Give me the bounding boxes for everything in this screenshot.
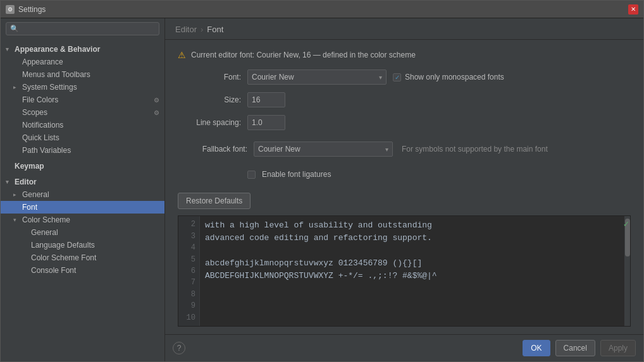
preview-line-4 — [205, 244, 619, 256]
preview-line-6: ABCDEFGHIJKLMNOPQRSTUVWXYZ +-*/= .,;:!? … — [205, 269, 619, 282]
arrow-color-scheme — [13, 217, 22, 223]
sidebar-label-quick-lists: Quick Lists — [22, 133, 59, 142]
apply-button[interactable]: Apply — [600, 340, 636, 356]
sidebar-label-appearance: Appearance — [22, 57, 63, 66]
sidebar-label-scopes: Scopes — [22, 108, 47, 117]
sidebar-label-color-scheme: Color Scheme — [22, 215, 70, 224]
sidebar-item-menus-toolbars[interactable]: Menus and Toolbars — [1, 68, 164, 81]
sidebar-label-notifications: Notifications — [22, 121, 63, 130]
sidebar-label-cs-general: General — [31, 228, 58, 237]
content-area: ⚠ Current editor font: Courier New, 16 —… — [165, 40, 643, 334]
sidebar-item-keymap[interactable]: Keymap — [1, 157, 164, 172]
line-num-3: 3 — [178, 230, 199, 241]
ok-button[interactable]: OK — [523, 340, 550, 356]
preview-line-9 — [205, 307, 619, 320]
bottom-bar: ? OK Cancel Apply — [165, 334, 643, 361]
sidebar-label-appearance-behavior: Appearance & Behavior — [15, 45, 100, 54]
sidebar-item-color-scheme-font[interactable]: Color Scheme Font — [1, 251, 164, 264]
arrow-system-settings — [13, 84, 22, 90]
line-num-9: 9 — [178, 300, 199, 311]
sidebar-item-appearance-behavior[interactable]: Appearance & Behavior — [1, 42, 164, 56]
sidebar-item-general[interactable]: General — [1, 188, 164, 201]
help-button[interactable]: ? — [173, 342, 185, 354]
sidebar-label-menus: Menus and Toolbars — [22, 70, 90, 79]
fallback-font-value: Courier New — [258, 145, 300, 154]
app-icon: ⚙ — [6, 5, 15, 14]
size-label: Size: — [178, 95, 241, 104]
preview-lines: with a high level of usability and outst… — [200, 216, 624, 326]
fallback-font-dropdown[interactable]: Courier New ▾ — [254, 142, 393, 157]
preview-scrollbar[interactable]: ✓ — [624, 216, 630, 326]
sidebar-item-notifications[interactable]: Notifications — [1, 119, 164, 131]
fallback-font-row: Fallback font: Courier New ▾ For symbols… — [178, 141, 631, 157]
line-num-10: 10 — [178, 312, 199, 323]
sidebar-item-path-variables[interactable]: Path Variables — [1, 144, 164, 157]
monospaced-checkbox[interactable] — [393, 73, 401, 81]
line-spacing-label: Line spacing: — [178, 118, 241, 127]
preview-gutter: 2 3 4 5 6 7 8 9 10 — [178, 216, 200, 326]
preview-line-2: with a high level of usability and outst… — [205, 219, 619, 231]
line-spacing-row: Line spacing: — [178, 114, 631, 131]
search-box[interactable]: 🔍 — [6, 22, 159, 35]
sidebar-label-keymap: Keymap — [15, 162, 44, 171]
sidebar-item-system-settings[interactable]: System Settings — [1, 81, 164, 94]
scopes-badge: ⚙ — [154, 109, 159, 116]
sidebar-item-font[interactable]: Font — [1, 201, 164, 214]
ligatures-label: Enable font ligatures — [262, 170, 331, 179]
sidebar-item-file-colors[interactable]: File Colors ⚙ — [1, 94, 164, 106]
titlebar: ⚙ Settings ✕ — [1, 1, 643, 18]
sidebar-item-quick-lists[interactable]: Quick Lists — [1, 131, 164, 144]
sidebar-item-editor[interactable]: Editor — [1, 172, 164, 188]
sidebar-label-editor: Editor — [15, 178, 37, 186]
sidebar-tree: Appearance & Behavior Appearance Menus a… — [1, 39, 164, 361]
breadcrumb-separator: › — [201, 25, 203, 34]
preview-line-10 — [205, 320, 619, 326]
sidebar-item-color-scheme[interactable]: Color Scheme — [1, 214, 164, 226]
preview-line-5: abcdefghijklmnopqrstuvwxyz 0123456789 ()… — [205, 256, 619, 269]
sidebar-label-general: General — [22, 190, 49, 199]
restore-defaults-row: Restore Defaults — [178, 193, 631, 209]
titlebar-left: ⚙ Settings — [6, 5, 46, 14]
warning-icon: ⚠ — [178, 50, 186, 60]
sidebar-label-system-settings: System Settings — [22, 83, 77, 92]
font-dropdown-arrow: ▾ — [375, 74, 382, 81]
window-title: Settings — [18, 5, 46, 14]
breadcrumb: Editor › Font — [165, 18, 643, 40]
breadcrumb-section: Editor — [175, 25, 197, 34]
settings-window: ⚙ Settings ✕ 🔍 Appearance & Behavior — [0, 0, 644, 362]
sidebar: 🔍 Appearance & Behavior Appearance Menus… — [1, 18, 165, 361]
sidebar-label-lang-defaults: Language Defaults — [31, 241, 95, 250]
sidebar-label-file-colors: File Colors — [22, 95, 58, 104]
preview-line-8 — [205, 294, 619, 307]
sidebar-label-font: Font — [22, 203, 37, 212]
line-num-7: 7 — [178, 277, 199, 288]
cancel-button[interactable]: Cancel — [555, 340, 595, 356]
line-spacing-input[interactable] — [247, 115, 285, 130]
arrow-general — [13, 191, 22, 198]
size-input[interactable] — [247, 92, 285, 107]
sidebar-item-language-defaults[interactable]: Language Defaults — [1, 239, 164, 251]
arrow-editor — [6, 179, 15, 185]
line-num-6: 6 — [178, 265, 199, 277]
sidebar-item-console-font[interactable]: Console Font — [1, 264, 164, 277]
sidebar-item-appearance[interactable]: Appearance — [1, 56, 164, 68]
fallback-dropdown-arrow: ▾ — [381, 146, 388, 153]
warning-bar: ⚠ Current editor font: Courier New, 16 —… — [178, 47, 631, 63]
file-colors-badge: ⚙ — [154, 97, 159, 104]
preview-line-3: advanced code editing and refactoring su… — [205, 231, 619, 244]
warning-text: Current editor font: Courier New, 16 — d… — [191, 51, 416, 59]
sidebar-item-color-scheme-general[interactable]: General — [1, 226, 164, 239]
tick-mark: ✓ — [624, 219, 629, 229]
search-input[interactable] — [22, 25, 155, 33]
sidebar-item-scopes[interactable]: Scopes ⚙ — [1, 106, 164, 119]
close-button[interactable]: ✕ — [628, 4, 638, 15]
line-num-8: 8 — [178, 289, 199, 300]
sidebar-label-console-font: Console Font — [31, 266, 76, 275]
font-row: Font: Courier New ▾ Show only monospaced… — [178, 69, 631, 85]
ligatures-checkbox[interactable] — [247, 171, 256, 179]
font-dropdown[interactable]: Courier New ▾ — [247, 69, 387, 85]
monospaced-checkbox-row: Show only monospaced fonts — [393, 73, 504, 81]
preview-line-7 — [205, 282, 619, 294]
restore-defaults-button[interactable]: Restore Defaults — [178, 193, 251, 209]
ligatures-row: Enable font ligatures — [178, 166, 631, 183]
